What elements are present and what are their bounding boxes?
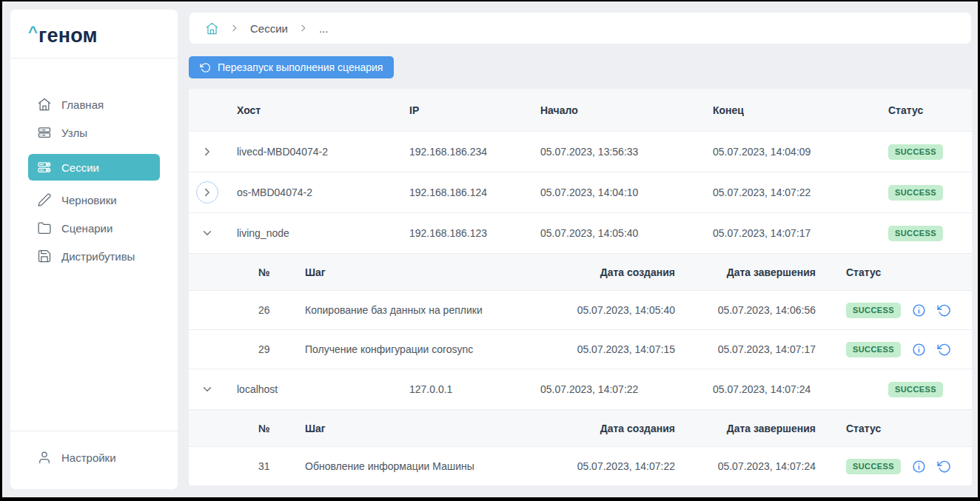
step-column-header-0: №	[247, 423, 294, 434]
sidebar-item-label: Сессии	[61, 161, 99, 174]
sidebar-footer: Настройки	[10, 431, 178, 489]
column-header-2: Начало	[529, 104, 702, 116]
sidebar-item-scenarios[interactable]: Сценарии	[28, 214, 160, 242]
step-status-cell: SUCCESS	[835, 459, 972, 474]
end-cell: 05.07.2023, 14:07:24	[702, 383, 877, 395]
sidebar-item-label: Сценарии	[61, 222, 113, 235]
end-cell: 05.07.2023, 14:07:22	[702, 186, 877, 198]
expand-row-button[interactable]	[196, 181, 218, 204]
breadcrumb: Сессии ...	[189, 12, 972, 44]
expand-row-button[interactable]	[196, 141, 218, 163]
step-number-cell: 29	[247, 343, 294, 355]
divider	[10, 431, 178, 431]
step-number-cell: 31	[247, 460, 294, 472]
step-finished-cell: 05.07.2023, 14:06:56	[696, 304, 835, 316]
status-badge: SUCCESS	[846, 459, 901, 474]
status-badge: SUCCESS	[846, 303, 901, 318]
step-finished-cell: 05.07.2023, 14:07:24	[696, 460, 835, 472]
save-icon	[37, 249, 52, 263]
breadcrumb-item-current: ...	[319, 22, 329, 35]
sidebar-item-label: Узлы	[61, 127, 87, 139]
host-cell: living_node	[226, 227, 398, 239]
restart-step-icon[interactable]	[937, 460, 951, 474]
info-icon[interactable]	[912, 303, 926, 317]
end-cell: 05.07.2023, 14:04:09	[702, 146, 877, 158]
chevron-right-icon	[230, 24, 239, 33]
steps-header-row: №ШагДата созданияДата завершенияСтатус	[189, 409, 972, 446]
step-number-cell: 26	[247, 304, 294, 316]
step-finished-cell: 05.07.2023, 14:07:17	[696, 343, 835, 355]
ip-cell: 192.168.186.234	[398, 146, 529, 158]
info-icon[interactable]	[912, 343, 926, 357]
sidebar-item-settings[interactable]: Настройки	[28, 443, 160, 471]
host-row[interactable]: localhost127.0.0.105.07.2023, 14:07:2205…	[189, 369, 972, 409]
sidebar-item-drafts[interactable]: Черновики	[28, 186, 160, 214]
host-row[interactable]: living_node192.168.186.12305.07.2023, 14…	[189, 212, 972, 253]
status-badge: SUCCESS	[888, 226, 943, 241]
sidebar-item-nodes[interactable]: Узлы	[28, 118, 160, 147]
info-icon[interactable]	[912, 460, 926, 474]
step-column-header-0: №	[247, 266, 294, 278]
logo-caret-icon: ^	[28, 23, 38, 41]
table-header-row: ХостIPНачалоКонецСтатус	[189, 89, 972, 131]
ip-cell: 192.168.186.124	[398, 186, 529, 198]
collapse-row-button[interactable]	[196, 378, 218, 400]
sidebar: ^геном Главная Узлы Сессии	[10, 9, 178, 490]
sidebar-item-distributions[interactable]: Дистрибутивы	[28, 242, 160, 270]
restart-step-icon[interactable]	[937, 343, 951, 357]
step-created-cell: 05.07.2023, 14:07:15	[548, 343, 696, 355]
host-row[interactable]: livecd-MBD04074-2192.168.186.23405.07.20…	[189, 131, 972, 172]
nodes-icon	[37, 125, 52, 140]
home-icon	[37, 97, 52, 112]
breadcrumb-item-sessions[interactable]: Сессии	[250, 22, 288, 35]
logo-text: геном	[38, 24, 98, 47]
step-column-header-4: Статус	[835, 423, 972, 434]
breadcrumb-home-icon[interactable]	[205, 21, 219, 36]
step-column-header-1: Шаг	[294, 266, 548, 278]
host-row[interactable]: os-MBD04074-2192.168.186.12405.07.2023, …	[189, 172, 972, 212]
status-badge: SUCCESS	[888, 382, 943, 397]
sidebar-item-main[interactable]: Главная	[28, 90, 160, 118]
user-icon	[37, 450, 52, 465]
step-status-cell: SUCCESS	[835, 342, 972, 357]
host-cell: localhost	[226, 383, 398, 395]
app-logo: ^геном	[10, 10, 178, 58]
pencil-icon	[37, 192, 52, 207]
restart-scenario-button[interactable]: Перезапуск выполнения сценария	[189, 56, 394, 78]
sessions-icon	[37, 160, 52, 175]
ip-cell: 127.0.0.1	[398, 383, 529, 395]
rotate-ccw-icon	[200, 62, 211, 73]
step-row: 29Получение конфигурации corosync05.07.2…	[189, 329, 972, 369]
start-cell: 05.07.2023, 13:56:33	[529, 146, 702, 158]
status-cell: SUCCESS	[877, 382, 972, 397]
sidebar-item-sessions[interactable]: Сессии	[28, 154, 160, 181]
start-cell: 05.07.2023, 14:07:22	[529, 383, 702, 395]
step-name-cell: Копирование баз данных на реплики	[294, 304, 548, 316]
step-column-header-3: Дата завершения	[696, 266, 835, 278]
restart-step-icon[interactable]	[937, 303, 951, 317]
collapse-row-button[interactable]	[196, 222, 218, 244]
restart-scenario-label: Перезапуск выполнения сценария	[218, 61, 383, 73]
column-header-1: IP	[398, 104, 529, 116]
sidebar-item-label: Черновики	[61, 194, 117, 206]
step-status-cell: SUCCESS	[835, 303, 972, 318]
sidebar-item-label: Настройки	[61, 451, 116, 464]
end-cell: 05.07.2023, 14:07:17	[702, 227, 877, 239]
step-created-cell: 05.07.2023, 14:07:22	[548, 460, 696, 472]
sessions-table: ХостIPНачалоКонецСтатусlivecd-MBD04074-2…	[189, 89, 972, 485]
sidebar-item-label: Главная	[61, 98, 104, 111]
column-header-3: Конец	[702, 104, 877, 116]
step-column-header-3: Дата завершения	[696, 423, 835, 434]
step-column-header-1: Шаг	[294, 423, 548, 434]
status-badge: SUCCESS	[888, 185, 943, 201]
column-header-4: Статус	[877, 104, 972, 116]
step-column-header-2: Дата создания	[548, 423, 696, 434]
step-column-header-4: Статус	[835, 266, 972, 278]
step-name-cell: Получение конфигурации corosync	[294, 343, 548, 355]
status-badge: SUCCESS	[846, 342, 901, 357]
ip-cell: 192.168.186.123	[398, 227, 529, 239]
app-window: ^геном Главная Узлы Сессии	[2, 1, 978, 497]
step-row: 31Обновление информации Машины05.07.2023…	[189, 446, 972, 485]
folder-icon	[37, 221, 52, 235]
status-cell: SUCCESS	[877, 144, 972, 160]
